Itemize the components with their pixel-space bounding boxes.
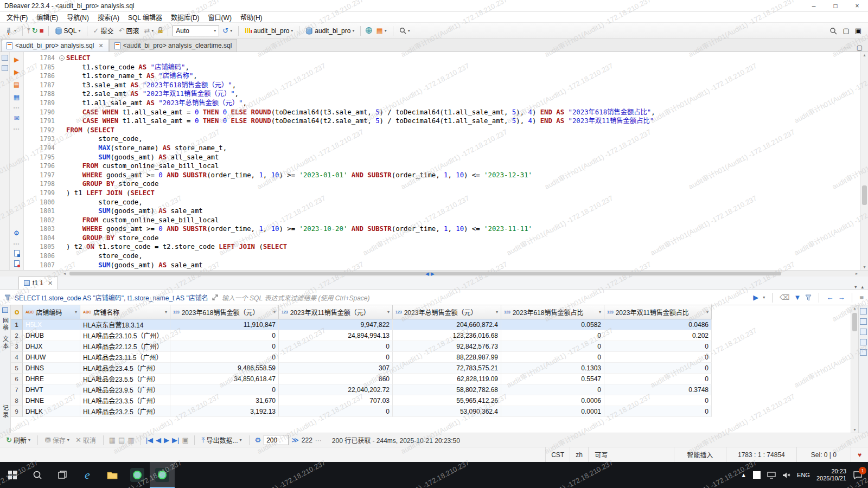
- explain-plan-icon[interactable]: ▦: [12, 93, 21, 101]
- layout-icon[interactable]: ▣: [855, 27, 861, 34]
- row-number[interactable]: 1: [11, 319, 23, 330]
- grid-cell[interactable]: 0.0582: [501, 319, 604, 330]
- menu-item[interactable]: 搜索(A): [93, 11, 124, 23]
- grid-cell[interactable]: DHVT: [23, 384, 80, 395]
- start-button[interactable]: [0, 462, 25, 488]
- fetch-all-icon[interactable]: ≫: [291, 436, 299, 444]
- maximize-editor-icon[interactable]: ▢: [857, 44, 863, 52]
- grid-cell[interactable]: 58,802,782.68: [393, 384, 501, 395]
- grid-cell[interactable]: HLA唯品会22.12.5（广州）: [80, 341, 170, 352]
- grid-cell[interactable]: HLA唯品会23.11.5（广州）: [80, 352, 170, 363]
- grid-cell[interactable]: DHRE: [23, 374, 80, 384]
- column-menu-icon[interactable]: ▾: [165, 310, 167, 314]
- grid-cell[interactable]: DHLK: [23, 406, 80, 417]
- minimize-editor-icon[interactable]: —: [844, 44, 850, 52]
- grid-cell[interactable]: 0: [604, 374, 712, 384]
- column-menu-icon[interactable]: ▾: [496, 310, 498, 314]
- save-to-file-icon[interactable]: [14, 250, 20, 256]
- grid-cell[interactable]: 307: [279, 363, 393, 374]
- grid-cell[interactable]: HLA唯品会23.10.5（广州）: [80, 330, 170, 341]
- minimize-button[interactable]: –: [803, 0, 825, 11]
- input-language[interactable]: ENG: [797, 472, 810, 478]
- grid-cell[interactable]: 0: [501, 330, 604, 341]
- focus-value-icon[interactable]: ▣: [182, 436, 188, 444]
- column-menu-icon[interactable]: ▾: [706, 310, 709, 314]
- results-tab-t1[interactable]: t1 1 ✕: [18, 277, 58, 290]
- grid-cell[interactable]: 123,236,016.68: [393, 330, 501, 341]
- grid-cell[interactable]: DHUW: [23, 352, 80, 363]
- lock-icon[interactable]: [157, 27, 163, 35]
- scroll-left-icon[interactable]: ◂: [61, 271, 68, 277]
- menu-item[interactable]: 导航(N): [62, 11, 93, 23]
- row-number[interactable]: 7: [11, 384, 23, 395]
- grid-cell[interactable]: 0: [604, 363, 712, 374]
- references-panel-icon[interactable]: [860, 339, 867, 345]
- metadata-panel-icon[interactable]: [860, 329, 867, 335]
- fetch-icon[interactable]: ⤒: [27, 27, 30, 34]
- execute-statement-icon[interactable]: ▶: [12, 55, 21, 64]
- quick-search-icon[interactable]: [829, 27, 837, 35]
- export-data-button[interactable]: ⤒导出数据...▾: [200, 434, 244, 446]
- column-header[interactable]: 1232023年总销售金额（元）▾: [393, 305, 501, 319]
- grid-cell[interactable]: 11,910,847: [170, 319, 279, 330]
- support-heart-icon[interactable]: ♥: [851, 447, 868, 462]
- reconnect-icon[interactable]: ↻: [32, 27, 38, 34]
- menu-item[interactable]: 窗口(W): [204, 11, 236, 23]
- grid-cell[interactable]: 0: [604, 341, 712, 352]
- grid-cell[interactable]: 0: [170, 384, 279, 395]
- grid-cell[interactable]: HLA唯品会23.9.5（广州）: [80, 384, 170, 395]
- file-explorer-button[interactable]: [100, 462, 125, 488]
- column-header[interactable]: ABC店铺名称▾: [80, 305, 170, 319]
- grid-cell[interactable]: 0: [501, 384, 604, 395]
- execute-script-icon[interactable]: ▤: [12, 80, 21, 89]
- first-row-icon[interactable]: |◀: [146, 436, 153, 444]
- grid-cell[interactable]: HLA唯品会23.3.5（广州）: [80, 395, 170, 406]
- filter-history-icon[interactable]: ▾: [763, 295, 765, 300]
- database-navigator-icon[interactable]: [2, 55, 8, 61]
- grid-cell[interactable]: 0: [604, 352, 712, 363]
- taskbar-clock[interactable]: 20:23 2025/10/21: [816, 468, 846, 482]
- tab-close-icon[interactable]: ✕: [98, 42, 103, 49]
- grid-cell[interactable]: DHNS: [23, 363, 80, 374]
- filter-menu-icon[interactable]: ≡: [859, 294, 864, 301]
- script-record-icon[interactable]: [14, 260, 20, 267]
- delete-row-icon[interactable]: ▥: [127, 436, 134, 444]
- sql-editor[interactable]: 1784−SELECT1785 t1.store_code AS "店铺编码",…: [24, 52, 868, 270]
- grid-cell[interactable]: HLA唯品会23.5.5（广州）: [80, 374, 170, 384]
- grid-cell[interactable]: 3,192.13: [170, 406, 279, 417]
- last-row-icon[interactable]: ▶|: [172, 436, 179, 444]
- network-profile-button[interactable]: ▦▾: [374, 26, 388, 35]
- row-number[interactable]: 6: [11, 374, 23, 384]
- sql-editor-button[interactable]: SQL▾: [53, 26, 82, 36]
- column-header[interactable]: 1232023年618销售金额占比▾: [501, 305, 604, 319]
- tab-analysis-sql[interactable]: <audit_bi_pro> analysis.sql ✕: [1, 39, 109, 52]
- task-view-button[interactable]: [50, 462, 75, 488]
- grid-cell[interactable]: 0: [604, 395, 712, 406]
- sash-collapse-arrows[interactable]: ◀▶: [425, 271, 435, 277]
- grid-cell[interactable]: 88,228,987.99: [393, 352, 501, 363]
- record-mode-toggle[interactable]: 记录: [1, 404, 10, 419]
- maximize-button[interactable]: □: [825, 0, 846, 11]
- save-filter-icon[interactable]: ▼: [794, 294, 801, 301]
- volume-icon[interactable]: [782, 472, 790, 479]
- presentation-tab-grid[interactable]: 网格: [1, 317, 10, 331]
- tab-close-icon[interactable]: ✕: [48, 280, 53, 287]
- grid-cell[interactable]: 0: [279, 341, 393, 352]
- filter-placeholder[interactable]: 输入一个 SQL 表达式来过滤结果 (使用 Ctrl+Space): [222, 293, 749, 302]
- save-button[interactable]: ⛃保存▾: [43, 434, 71, 446]
- panel-expand-icon[interactable]: ▴: [861, 284, 864, 290]
- grid-cell[interactable]: 0: [170, 341, 279, 352]
- grid-cell[interactable]: 0: [279, 352, 393, 363]
- menu-item[interactable]: 文件(F): [2, 11, 32, 23]
- scroll-right-icon[interactable]: ▸: [853, 271, 860, 277]
- apply-filter-icon[interactable]: ▶: [753, 294, 758, 301]
- grid-settings-icon[interactable]: ⚙: [255, 436, 261, 444]
- grid-cell[interactable]: 0: [501, 352, 604, 363]
- refresh-button[interactable]: ↻刷新▾: [4, 434, 32, 446]
- column-header[interactable]: 1232023年双11销售金额占比▾: [604, 305, 712, 319]
- grid-cell[interactable]: HLA京东自营18.3.14: [80, 319, 170, 330]
- value-viewer-panel-icon[interactable]: [860, 308, 867, 314]
- grid-cell[interactable]: 22,040,202.72: [279, 384, 393, 395]
- grid-cell[interactable]: 53,090,362.4: [393, 406, 501, 417]
- scrollbar-thumb[interactable]: [862, 185, 867, 205]
